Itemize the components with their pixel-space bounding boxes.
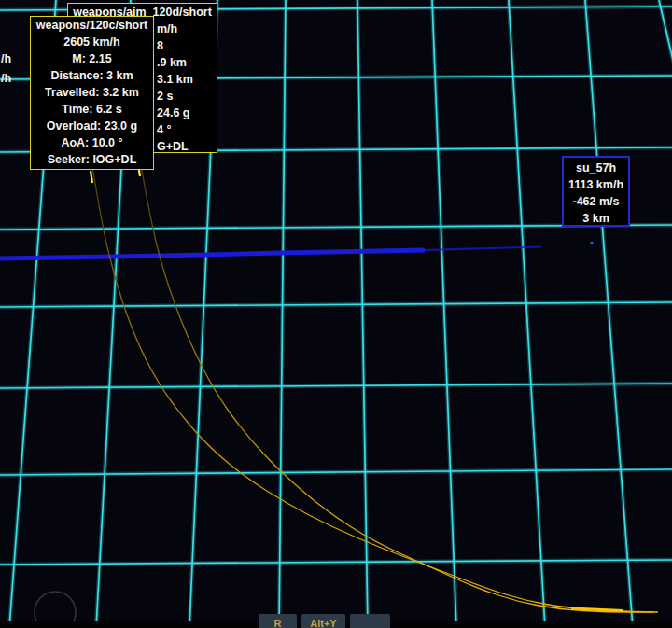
tooltip-line: Overload: 23.0 g [31, 118, 153, 134]
tooltip-title: su_57h [564, 160, 628, 176]
target-tooltip: su_57h 1113 km/h -462 m/s 3 km [562, 156, 630, 227]
target-position-dot [590, 242, 593, 244]
grid-vertical-line [432, 0, 456, 628]
tooltip-line: M: 2.15 [31, 50, 153, 67]
grid-vertical-line [659, 0, 672, 628]
clipped-tooltip-fragment: /h [1, 52, 11, 65]
tooltip-line: AoA: 10.0 ° [31, 134, 153, 151]
tooltip-line: Seeker: IOG+DL [31, 151, 153, 168]
tooltip-line: 3 km [564, 210, 628, 227]
tooltip-line: Time: 6.2 s [31, 101, 153, 118]
clipped-tooltip-fragment: /h [1, 72, 11, 85]
hotkey-button-r[interactable]: R [259, 614, 297, 628]
grid-vertical-line [585, 0, 633, 628]
grid-vertical-line [279, 0, 286, 628]
missile-tooltip-front: weapons/120c/short 2605 km/h M: 2.15 Dis… [30, 16, 154, 170]
tooltip-line: Travelled: 3.2 km [31, 84, 153, 101]
hotkey-button-3[interactable] [350, 614, 390, 628]
grid-vertical-line [659, 0, 672, 628]
hotkey-button-alt-y[interactable]: Alt+Y [301, 614, 345, 628]
tooltip-title: weapons/120c/short [31, 17, 153, 34]
grid-vertical-line [509, 0, 545, 628]
tooltip-line: Distance: 3 km [31, 67, 153, 84]
tooltip-line: -462 m/s [564, 193, 628, 210]
missile-track-mark [91, 171, 92, 183]
missile-trajectory-view: { "scene": { "background": "#05060d", "g… [0, 0, 672, 628]
tooltip-line: 2605 km/h [31, 34, 153, 50]
tooltip-line: 1113 km/h [564, 176, 628, 193]
